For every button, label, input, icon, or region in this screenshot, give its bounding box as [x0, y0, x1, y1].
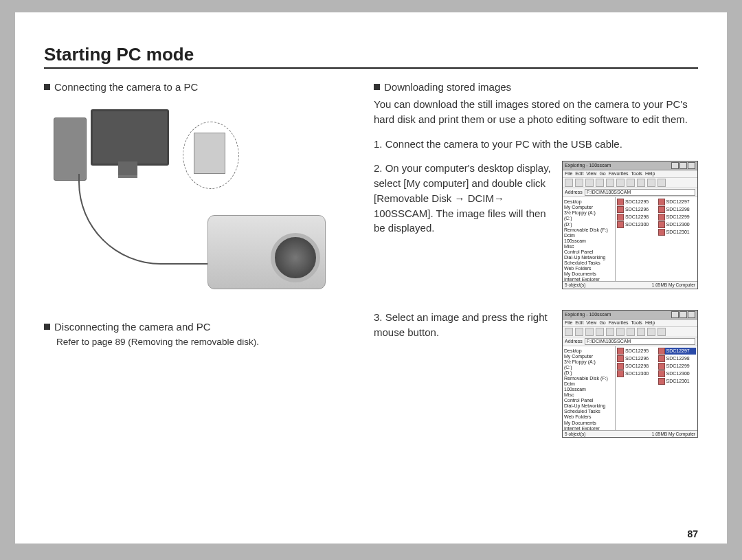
tree-item[interactable]: Control Panel: [564, 249, 614, 255]
menu-item[interactable]: Tools: [631, 171, 642, 177]
properties-icon[interactable]: [647, 179, 655, 187]
cut-icon[interactable]: [596, 328, 604, 336]
step-2-row: 2. On your computer's desktop display, s…: [374, 161, 698, 289]
tree-item[interactable]: 3½ Floppy (A:): [564, 210, 614, 216]
image-file-icon: [617, 363, 624, 370]
menu-item[interactable]: View: [586, 171, 596, 177]
folder-tree[interactable]: Desktop My Computer 3½ Floppy (A:) (C:) …: [563, 197, 616, 281]
tree-item[interactable]: My Documents: [564, 421, 614, 426]
file-item[interactable]: SDC12300: [617, 221, 655, 228]
tree-item[interactable]: Removable Disk (F:): [564, 227, 614, 233]
menu-item[interactable]: Tools: [631, 320, 642, 326]
undo-icon[interactable]: [627, 328, 635, 336]
properties-icon[interactable]: [647, 328, 655, 336]
file-list[interactable]: SDC12295 SDC12296 SDC12298 SDC12300 SDC1…: [616, 346, 697, 430]
tree-item[interactable]: Web Folders: [564, 266, 614, 271]
file-list[interactable]: SDC12295 SDC12296 SDC12298 SDC12300 SDC1…: [616, 197, 697, 281]
menu-item[interactable]: Edit: [575, 171, 583, 177]
tree-item[interactable]: Control Panel: [564, 398, 614, 403]
file-item[interactable]: SDC12296: [617, 206, 655, 213]
menu-item[interactable]: Edit: [575, 320, 583, 326]
file-item[interactable]: SDC12298: [658, 355, 697, 362]
file-item[interactable]: SDC12299: [658, 363, 697, 370]
maximize-icon[interactable]: [679, 311, 687, 318]
close-icon[interactable]: [688, 162, 695, 169]
tree-item[interactable]: Scheduled Tasks: [564, 409, 614, 414]
delete-icon[interactable]: [637, 179, 645, 187]
menu-item[interactable]: File: [565, 171, 572, 177]
tree-item[interactable]: Misc: [564, 392, 614, 398]
forward-icon[interactable]: [575, 328, 583, 336]
paste-icon[interactable]: [616, 179, 625, 187]
tree-item[interactable]: My Computer: [564, 205, 614, 210]
tree-item[interactable]: (D:): [564, 370, 614, 376]
tree-item[interactable]: Dial-Up Networking: [564, 403, 614, 409]
menu-item[interactable]: Go: [599, 320, 605, 326]
file-item[interactable]: SDC12298: [617, 214, 655, 221]
tree-item[interactable]: My Documents: [564, 271, 614, 277]
tree-item[interactable]: (D:): [564, 222, 614, 227]
file-item[interactable]: SDC12295: [617, 348, 655, 355]
file-item[interactable]: SDC12300: [617, 370, 655, 377]
address-input[interactable]: F:\DCIM\100SSCAM: [585, 338, 695, 345]
tree-item[interactable]: Dcim: [564, 381, 614, 387]
menu-item[interactable]: Favorites: [609, 320, 629, 326]
up-icon[interactable]: [585, 328, 594, 336]
forward-icon[interactable]: [575, 179, 583, 187]
views-icon[interactable]: [657, 328, 666, 336]
image-file-icon: [617, 348, 624, 355]
tree-item[interactable]: Dcim: [564, 233, 614, 238]
tree-item[interactable]: 100sscam: [564, 387, 614, 392]
minimize-icon[interactable]: [671, 162, 679, 169]
delete-icon[interactable]: [637, 328, 645, 336]
paste-icon[interactable]: [616, 328, 625, 336]
views-icon[interactable]: [657, 179, 666, 187]
file-item[interactable]: SDC12296: [617, 355, 655, 362]
explorer-titlebar: Exploring - 100sscam: [563, 161, 697, 170]
tree-item[interactable]: Desktop: [564, 348, 614, 354]
minimize-icon[interactable]: [671, 311, 679, 318]
menu-item[interactable]: Help: [645, 171, 655, 177]
back-icon[interactable]: [565, 328, 573, 336]
tree-item[interactable]: Misc: [564, 244, 614, 249]
back-icon[interactable]: [565, 179, 573, 187]
file-item[interactable]: SDC12295: [617, 199, 655, 205]
tree-item[interactable]: 3½ Floppy (A:): [564, 359, 614, 365]
undo-icon[interactable]: [627, 179, 635, 187]
folder-tree[interactable]: Desktop My Computer 3½ Floppy (A:) (C:) …: [563, 346, 616, 430]
maximize-icon[interactable]: [679, 162, 687, 169]
tree-item[interactable]: My Computer: [564, 354, 614, 359]
menu-item[interactable]: Go: [599, 171, 605, 177]
copy-icon[interactable]: [606, 328, 614, 336]
tree-item[interactable]: (C:): [564, 216, 614, 221]
up-icon[interactable]: [585, 179, 594, 187]
file-item[interactable]: SDC12298: [658, 206, 697, 213]
file-item[interactable]: SDC12300: [658, 221, 697, 228]
file-item[interactable]: SDC12298: [617, 363, 655, 370]
tree-item[interactable]: (C:): [564, 365, 614, 370]
tree-item[interactable]: Dial-Up Networking: [564, 255, 614, 260]
file-item-selected[interactable]: SDC12297: [658, 348, 697, 355]
tree-item[interactable]: Web Folders: [564, 414, 614, 420]
status-objects: 5 object(s): [565, 432, 585, 436]
tree-item[interactable]: Desktop: [564, 199, 614, 205]
tree-item[interactable]: Scheduled Tasks: [564, 260, 614, 266]
file-item[interactable]: SDC12300: [658, 370, 697, 377]
tree-item[interactable]: 100sscam: [564, 238, 614, 244]
window-controls: [671, 311, 695, 318]
file-item[interactable]: SDC12301: [658, 378, 697, 385]
tree-item[interactable]: Internet Explorer: [564, 277, 614, 281]
menu-item[interactable]: File: [565, 320, 572, 326]
tree-item[interactable]: Internet Explorer: [564, 426, 614, 430]
copy-icon[interactable]: [606, 179, 614, 187]
file-item[interactable]: SDC12301: [658, 229, 697, 236]
file-item[interactable]: SDC12297: [658, 199, 697, 205]
cut-icon[interactable]: [596, 179, 604, 187]
menu-item[interactable]: Help: [645, 320, 655, 326]
address-input[interactable]: F:\DCIM\100SSCAM: [585, 189, 695, 196]
menu-item[interactable]: View: [586, 320, 596, 326]
menu-item[interactable]: Favorites: [609, 171, 629, 177]
file-item[interactable]: SDC12299: [658, 214, 697, 221]
tree-item[interactable]: Removable Disk (F:): [564, 376, 614, 381]
close-icon[interactable]: [688, 311, 695, 318]
